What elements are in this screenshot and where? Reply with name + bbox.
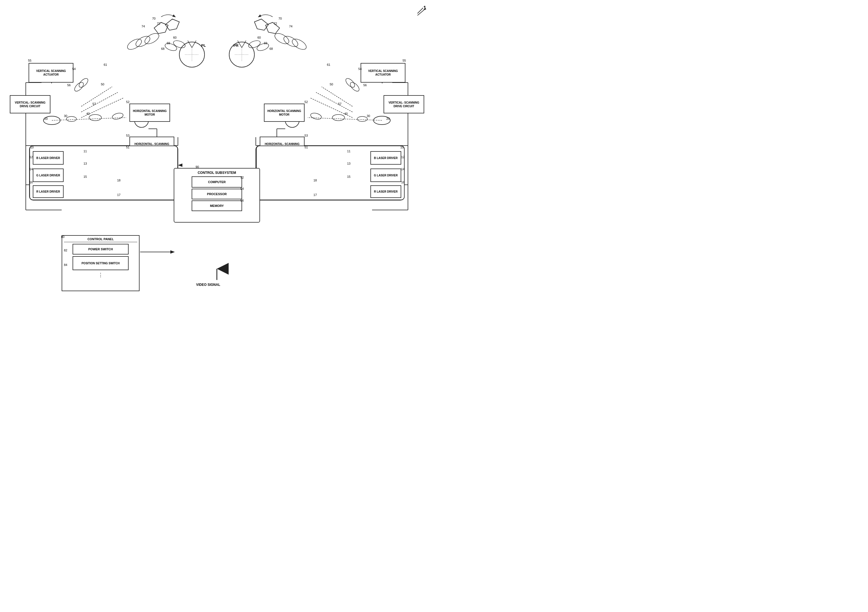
svg-marker-7 xyxy=(165,19,179,30)
ref-56-right: 56 xyxy=(363,83,367,87)
video-signal-label: VIDEO SIGNAL xyxy=(196,283,220,287)
svg-point-3 xyxy=(143,31,161,46)
svg-point-10 xyxy=(273,31,291,46)
svg-point-15 xyxy=(179,42,205,67)
ref-80: 80 xyxy=(61,235,64,238)
power-switch-box: POWER SWITCH xyxy=(73,244,129,255)
right-r-laser-driver: R LASER DRIVER xyxy=(370,185,401,198)
ref-61-right: 61 xyxy=(327,63,330,66)
control-subsystem-label: CONTROL SUBSYSTEM xyxy=(177,171,257,175)
ref-57-left: 57 xyxy=(93,102,96,105)
svg-line-37 xyxy=(316,93,352,112)
ref-52-left: 52 xyxy=(126,100,129,104)
ref-51-left: 51 xyxy=(126,145,129,149)
ref-69-right: 69 xyxy=(264,42,267,45)
ref-51-right: 51 xyxy=(305,145,308,149)
ref-15-right: 15 xyxy=(347,175,350,178)
ref-10-left: 10 xyxy=(30,145,34,149)
svg-point-20 xyxy=(229,42,254,67)
svg-line-100 xyxy=(308,117,382,121)
ref-72-left: 72 xyxy=(157,22,160,25)
pr-label: PR xyxy=(233,43,239,48)
svg-line-99 xyxy=(52,117,126,121)
ref-40-left: 40 xyxy=(86,112,90,115)
diagram-container: VERTICAL SCANNING ACTUATOR VERTICAL- SCA… xyxy=(0,0,434,306)
ref-61-left: 61 xyxy=(104,63,107,66)
ref-10-right: 10 xyxy=(400,145,404,149)
svg-marker-13 xyxy=(266,22,280,34)
ref-50-left: 50 xyxy=(101,83,104,86)
ref-11-right: 11 xyxy=(347,150,350,153)
svg-point-42 xyxy=(310,112,322,121)
ref-13-left: 13 xyxy=(84,162,87,165)
left-r-laser-driver: R LASER DRIVER xyxy=(33,185,64,198)
ref-53-left: 53 xyxy=(126,134,129,137)
svg-marker-14 xyxy=(254,19,268,30)
svg-point-31 xyxy=(67,116,76,122)
right-horizontal-scanning-motor: HORIZONTAL SCANNING MOTOR xyxy=(264,104,305,122)
control-panel-label: CONTROL PANEL xyxy=(64,237,137,242)
ref-90: 90 xyxy=(195,165,199,168)
svg-point-33 xyxy=(112,112,124,121)
left-g-laser-driver: G LASER DRIVER xyxy=(33,168,64,182)
right-vertical-scanning-drive-circuit: VERTICAL- SCANNING DRIVE CIRCUIT xyxy=(384,95,424,113)
ref-40-right: 40 xyxy=(344,112,348,115)
ref-55-left: 55 xyxy=(28,59,31,62)
svg-line-18 xyxy=(188,40,192,48)
computer-box: COMPUTER xyxy=(192,176,242,188)
memory-box: MEMORY xyxy=(192,201,242,211)
left-b-laser-driver: B LASER DRIVER xyxy=(33,151,64,165)
ref-55-right: 55 xyxy=(403,59,406,62)
ref-60-left: 60 xyxy=(173,36,177,39)
ref-18-left: 18 xyxy=(117,179,121,182)
left-vertical-scanning-drive-circuit: VERTICAL- SCANNING DRIVE CIRCUIT xyxy=(10,95,50,113)
ref-13-right: 13 xyxy=(347,162,350,165)
svg-line-24 xyxy=(242,40,246,48)
ref-50-right: 50 xyxy=(330,83,333,86)
ref-15-left: 15 xyxy=(84,175,87,178)
left-horizontal-scanning-motor: HORIZONTAL SCANNING MOTOR xyxy=(129,104,170,122)
ref-72-right: 72 xyxy=(274,22,277,25)
ref-57-right: 57 xyxy=(338,102,341,105)
svg-point-25 xyxy=(73,81,85,93)
ref-17-left: 17 xyxy=(117,193,121,196)
ref-60-right: 60 xyxy=(257,36,261,39)
position-setting-switch-box: POSITION SETTING SWITCH xyxy=(73,256,129,270)
svg-point-5 xyxy=(173,39,186,49)
ref-11-left: 11 xyxy=(84,150,87,153)
ref-82: 82 xyxy=(64,249,67,252)
svg-point-32 xyxy=(89,114,101,121)
svg-point-4 xyxy=(164,42,178,52)
ref-94: 94 xyxy=(240,187,244,190)
ref-16-right: 16 xyxy=(401,181,405,184)
svg-point-11 xyxy=(256,42,270,52)
ellipsis: ⋮ xyxy=(64,272,137,278)
right-g-laser-driver: G LASER DRIVER xyxy=(370,168,401,182)
ref-84: 84 xyxy=(64,263,67,267)
ref-12-right: 12 xyxy=(401,155,405,159)
svg-marker-6 xyxy=(154,22,168,34)
ref-74-left: 74 xyxy=(141,25,145,28)
ref-54-right: 54 xyxy=(358,67,362,71)
right-vertical-scanning-actuator: VERTICAL SCANNING ACTUATOR xyxy=(361,63,405,83)
svg-line-103 xyxy=(417,8,423,14)
ref-14-left: 14 xyxy=(29,167,33,171)
pl-label: PL xyxy=(201,43,206,48)
ref-96: 96 xyxy=(240,199,244,202)
ref-92: 92 xyxy=(240,176,244,179)
figure-number: 1 xyxy=(423,5,426,11)
ref-20-right: 20 xyxy=(386,117,390,121)
svg-point-1 xyxy=(126,37,143,51)
ref-68-left: 68 xyxy=(161,47,164,50)
control-panel: CONTROL PANEL POWER SWITCH POSITION SETT… xyxy=(62,235,140,291)
ref-53-right: 53 xyxy=(305,134,308,137)
svg-point-2 xyxy=(134,34,152,49)
svg-point-8 xyxy=(291,37,308,51)
svg-point-41 xyxy=(332,114,345,121)
ref-56-left: 56 xyxy=(67,83,71,87)
ref-18-right: 18 xyxy=(313,179,317,182)
ref-74-right: 74 xyxy=(289,25,293,28)
svg-point-35 xyxy=(344,77,356,89)
ref-17-right: 17 xyxy=(313,193,317,196)
ref-68-right: 68 xyxy=(270,47,273,50)
